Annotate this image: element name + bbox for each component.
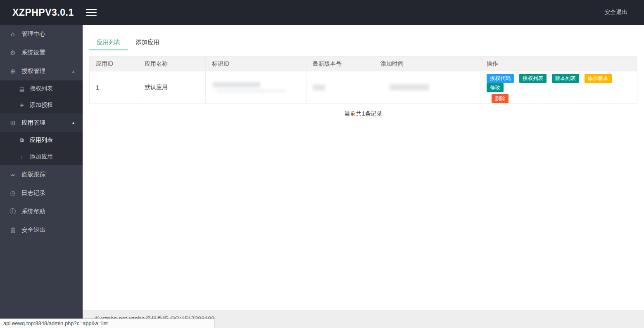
cell-app-id: 1 <box>90 71 138 104</box>
sidebar-item-label: 授权列表 <box>30 85 53 92</box>
sidebar-item-label: 日志记录 <box>21 189 45 197</box>
sidebar-item-label: 添加应用 <box>30 153 53 160</box>
sidebar-item-label: 盗版跟踪 <box>21 170 45 178</box>
sidebar-item-safe-logout[interactable]: 安全退出 <box>0 221 83 239</box>
main-content: 应用列表 添加应用 应用ID 应用名称 标识ID 最新版本号 添加时间 操作 1… <box>83 25 644 328</box>
home-icon: ⌂ <box>9 31 17 38</box>
cell-added-time-redacted <box>374 71 480 104</box>
sidebar-item-label: 应用列表 <box>30 137 53 144</box>
hamburger-menu-icon[interactable] <box>86 9 97 16</box>
sidebar-item-app-list[interactable]: ⧉ 应用列表 <box>0 132 83 149</box>
cell-app-name: 默认应用 <box>138 71 206 104</box>
info-icon: ⓘ <box>9 208 17 215</box>
sidebar-item-log-record[interactable]: ◷ 日志记录 <box>0 184 83 202</box>
sidebar: ⌂ 管理中心 ⚙ 系统设置 ⊕ 授权管理 ▲ ▤ 授权列表 ✈ 添加授权 ⊞ 应… <box>0 25 83 328</box>
sidebar-item-label: 系统帮助 <box>21 208 45 215</box>
gear-icon: ⚙ <box>9 49 17 57</box>
col-header-app-name: 应用名称 <box>138 57 206 71</box>
auth-list-button[interactable]: 授权列表 <box>519 74 547 83</box>
sidebar-item-label: 安全退出 <box>21 226 45 234</box>
auth-submenu: ▤ 授权列表 ✈ 添加授权 <box>0 80 83 113</box>
col-header-app-id: 应用ID <box>90 57 138 71</box>
col-header-added-time: 添加时间 <box>374 57 480 71</box>
sidebar-item-auth-manage[interactable]: ⊕ 授权管理 ▲ <box>0 62 83 80</box>
document-icon: ▤ <box>18 86 26 92</box>
sidebar-item-app-manage[interactable]: ⊞ 应用管理 ▲ <box>0 113 83 132</box>
app-title: XZPHPV3.0.1 <box>0 7 83 18</box>
trash-icon <box>9 227 17 233</box>
table-row: 1 默认应用 授权代码 授权列表 版本列表 添加版本 <box>90 71 637 104</box>
delete-button[interactable]: 删除 <box>492 94 509 103</box>
globe-icon: ⊕ <box>9 68 17 75</box>
layers-icon: ⧉ <box>18 137 26 144</box>
col-header-identifier: 标识ID <box>206 57 307 71</box>
clock-icon: ◷ <box>9 189 17 197</box>
top-bar: XZPHPV3.0.1 安全退出 <box>0 0 644 25</box>
col-header-actions: 操作 <box>480 57 637 71</box>
send-icon: ✈ <box>18 102 26 109</box>
logout-link[interactable]: 安全退出 <box>604 9 627 16</box>
grid-icon: ⊞ <box>9 119 17 127</box>
sidebar-item-add-auth[interactable]: ✈ 添加授权 <box>0 97 83 113</box>
chevron-up-icon: ▲ <box>71 121 75 125</box>
tab-bar: 应用列表 添加应用 <box>89 36 637 50</box>
sidebar-item-add-app[interactable]: + 添加应用 <box>0 149 83 165</box>
sidebar-item-system-help[interactable]: ⓘ 系统帮助 <box>0 202 83 221</box>
sidebar-item-manage-center[interactable]: ⌂ 管理中心 <box>0 25 83 43</box>
app-submenu: ⧉ 应用列表 + 添加应用 <box>0 132 83 165</box>
sidebar-item-label: 系统设置 <box>21 49 45 57</box>
cell-identifier-redacted <box>206 71 307 104</box>
cell-actions: 授权代码 授权列表 版本列表 添加版本 修改 删除 <box>480 71 637 104</box>
cell-latest-version-redacted <box>307 71 374 104</box>
sidebar-item-label: 管理中心 <box>21 30 45 38</box>
modify-button[interactable]: 修改 <box>487 83 504 92</box>
add-version-button[interactable]: 添加版本 <box>585 74 612 83</box>
version-list-button[interactable]: 版本列表 <box>552 74 579 83</box>
status-url: api.eewq.top:8848/admin.php?c=app&a=list <box>3 320 108 326</box>
sidebar-item-label: 添加授权 <box>30 101 53 109</box>
app-table: 应用ID 应用名称 标识ID 最新版本号 添加时间 操作 1 默认应用 <box>89 56 637 104</box>
sidebar-item-system-settings[interactable]: ⚙ 系统设置 <box>0 43 83 62</box>
browser-status-bar: api.eewq.top:8848/admin.php?c=app&a=list <box>0 319 214 328</box>
chevron-up-icon: ▲ <box>71 69 75 73</box>
sidebar-item-piracy-track[interactable]: ∞ 盗版跟踪 <box>0 165 83 184</box>
link-icon: ∞ <box>9 171 17 178</box>
table-header-row: 应用ID 应用名称 标识ID 最新版本号 添加时间 操作 <box>90 57 637 71</box>
sidebar-item-label: 授权管理 <box>21 67 45 75</box>
record-count: 当前共1条记录 <box>83 110 644 118</box>
tab-app-list[interactable]: 应用列表 <box>89 36 128 50</box>
tab-add-app[interactable]: 添加应用 <box>128 36 167 50</box>
sidebar-item-label: 应用管理 <box>21 119 45 127</box>
col-header-latest-version: 最新版本号 <box>307 57 374 71</box>
plus-icon: + <box>18 154 26 160</box>
sidebar-item-auth-list[interactable]: ▤ 授权列表 <box>0 80 83 97</box>
auth-code-button[interactable]: 授权代码 <box>487 74 514 83</box>
